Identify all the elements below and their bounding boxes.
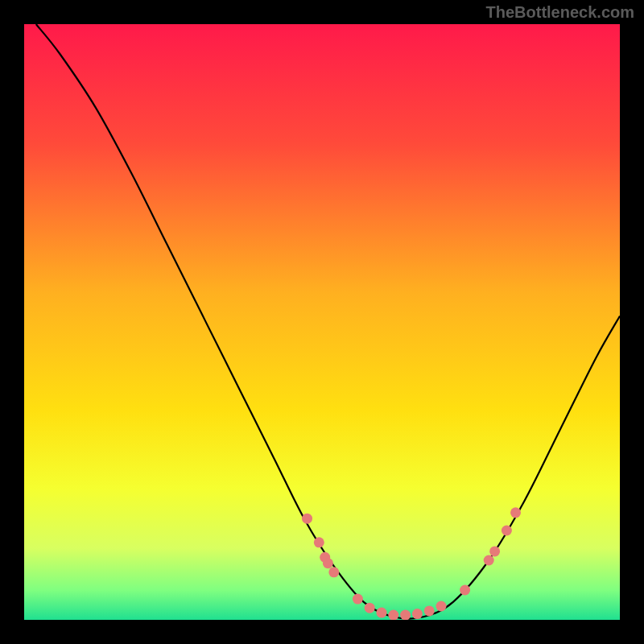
- highlight-dot: [365, 603, 375, 613]
- highlight-dot: [484, 555, 494, 566]
- highlight-dot: [388, 610, 398, 620]
- watermark-text: TheBottleneck.com: [486, 3, 634, 22]
- highlight-dot: [302, 514, 312, 524]
- highlight-dot: [353, 594, 363, 605]
- highlight-dot: [424, 605, 435, 616]
- highlight-dot: [377, 608, 387, 618]
- highlight-dot: [436, 601, 447, 611]
- highlight-dot: [502, 526, 512, 536]
- highlight-dot: [314, 537, 324, 547]
- plot-area: [24, 24, 620, 620]
- highlight-dot: [510, 507, 521, 518]
- highlight-dot: [489, 546, 500, 556]
- highlight-dot: [460, 585, 470, 596]
- chart-container: TheBottleneck.com: [0, 0, 644, 644]
- highlight-dot: [323, 558, 333, 568]
- highlight-dot: [328, 567, 339, 577]
- gradient-background: [24, 24, 620, 620]
- highlight-dot: [400, 610, 411, 620]
- highlight-dot: [412, 609, 423, 619]
- chart-svg: [24, 24, 620, 620]
